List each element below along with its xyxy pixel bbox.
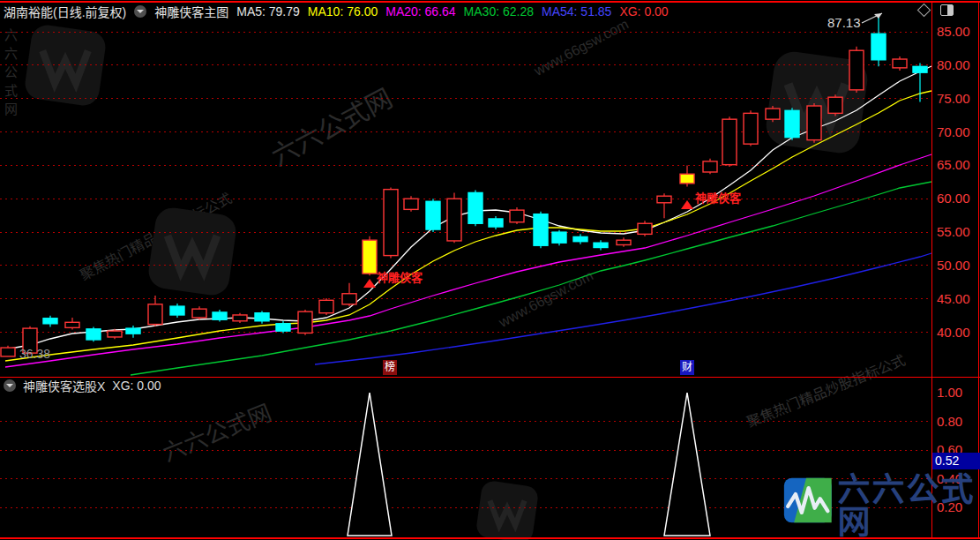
candle-down <box>170 306 184 315</box>
xg-value: XG: 0.00 <box>619 4 668 19</box>
candle-down <box>594 243 608 247</box>
ma10-value: MA10: 76.00 <box>308 4 378 19</box>
candle-up <box>657 196 671 203</box>
candle-up <box>447 199 461 241</box>
candle-up <box>849 50 864 90</box>
candle-up <box>148 304 162 325</box>
candle-up <box>510 210 524 222</box>
current-value-badge: 0.52 <box>932 453 980 469</box>
signal-caption: 神雕侠客 <box>695 191 742 205</box>
price-chart-canvas[interactable]: 85.0080.0075.0070.0065.0060.0055.0050.00… <box>0 0 980 540</box>
signal-spike <box>664 393 710 536</box>
titlebar-corner-icons <box>919 4 954 16</box>
candle-down <box>86 329 101 340</box>
ma30-value: MA30: 62.28 <box>464 4 534 19</box>
candle-down <box>468 192 483 223</box>
y-axis-label: 55.00 <box>937 224 970 239</box>
candle-down <box>126 328 140 334</box>
candle-up <box>65 322 79 327</box>
candle-up <box>744 113 758 144</box>
signal-caption: 神雕侠客 <box>377 271 423 284</box>
y-axis-label: 70.00 <box>937 124 970 139</box>
y-axis-label: 85.00 <box>937 24 970 39</box>
candle-signal <box>680 174 694 184</box>
candle-up <box>722 119 737 164</box>
title-bar: 湖南裕能(日线.前复权) 神雕侠客主图 MA5: 79.79 MA10: 76.… <box>4 4 669 19</box>
site-logo-icon <box>783 474 833 527</box>
site-logo: 六六公式网 聚焦热门精品炒股指标公式 www.66gsw.com <box>783 474 980 540</box>
candle-down <box>785 110 799 137</box>
ma5-value: MA5: 79.79 <box>236 4 300 19</box>
y-axis-label: 50.00 <box>937 258 970 273</box>
collapse-main-indicator-icon[interactable] <box>134 5 146 18</box>
candle-down <box>552 232 566 243</box>
candle-signal <box>363 240 377 274</box>
low-price-label: 36.38 <box>19 347 50 361</box>
signal-triangle-icon <box>681 200 693 209</box>
candle-up <box>404 199 418 209</box>
window-icon[interactable] <box>940 4 954 16</box>
candle-up <box>233 315 247 321</box>
sub-y-axis-label: 1.00 <box>937 385 962 400</box>
candle-up <box>342 294 356 304</box>
y-axis-label: 80.00 <box>937 57 970 72</box>
signal-triangle-icon <box>363 279 376 288</box>
candle-down <box>489 219 503 227</box>
site-logo-text: 六六公式网 聚焦热门精品炒股指标公式 www.66gsw.com <box>838 474 980 540</box>
candle-down <box>573 236 587 241</box>
candle-up <box>893 59 907 68</box>
candle-down <box>426 201 440 229</box>
candle-up <box>703 161 717 172</box>
candle-up <box>298 311 312 333</box>
candle-up <box>617 240 631 244</box>
y-axis-label: 45.00 <box>937 291 970 306</box>
event-marker-cai[interactable]: 财 <box>680 360 694 375</box>
ma30-line <box>131 182 931 375</box>
candle-up <box>766 109 780 119</box>
y-axis-label: 75.00 <box>937 91 970 106</box>
y-axis-label: 60.00 <box>937 191 970 206</box>
candle-up <box>638 223 652 234</box>
candle-down <box>913 66 927 72</box>
candle-up <box>384 190 398 256</box>
collapse-sub-indicator-icon[interactable] <box>4 379 16 392</box>
stock-chart-window: 六六公式网 六六公式网 聚焦热门精品炒股指标公式 www.66gsw.com w… <box>0 0 980 540</box>
y-axis-label: 65.00 <box>937 157 970 172</box>
sub-xg-value: XG: 0.00 <box>112 379 161 393</box>
candle-up <box>1 348 15 356</box>
site-brand: 六六公式网 <box>838 474 980 539</box>
sub-indicator-title: 神雕侠客选股X <box>23 377 105 394</box>
signal-spike <box>348 393 392 536</box>
candle-up <box>192 309 206 318</box>
stock-title: 湖南裕能(日线.前复权) <box>4 3 126 20</box>
ma54-value: MA54: 51.85 <box>542 4 611 19</box>
candle-up <box>807 106 821 140</box>
high-price-label: 87.13 <box>827 15 861 30</box>
candle-down <box>276 324 290 331</box>
sub-y-axis-label: 0.80 <box>937 414 962 429</box>
candle-down <box>255 313 269 321</box>
candle-down <box>213 312 227 319</box>
main-indicator-title: 神雕侠客主图 <box>154 3 228 20</box>
candle-up <box>108 331 122 337</box>
candle-up <box>828 97 842 113</box>
ma54-line <box>315 253 931 364</box>
ma20-value: MA20: 66.64 <box>385 4 455 19</box>
event-marker-bang[interactable]: 榜 <box>383 360 397 375</box>
candle-down <box>43 319 57 324</box>
candle-down <box>872 34 886 60</box>
sub-panel-label: 神雕侠客选股X XG: 0.00 <box>4 379 161 393</box>
diamond-icon[interactable] <box>917 4 931 18</box>
candle-down <box>534 214 548 246</box>
ma20-line <box>5 154 931 367</box>
y-axis-label: 40.00 <box>937 325 970 340</box>
candle-up <box>319 300 333 312</box>
